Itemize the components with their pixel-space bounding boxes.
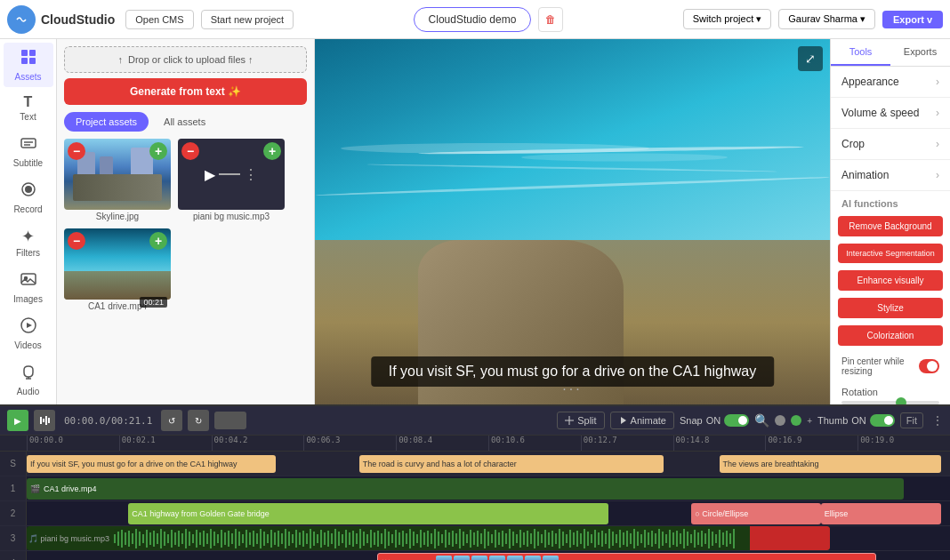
forward-button[interactable]: ↻ — [188, 410, 209, 431]
play-button[interactable]: ▶ — [7, 410, 28, 431]
new-project-button[interactable]: Start new project — [201, 10, 294, 29]
time-total: 00:21.1 — [111, 415, 152, 427]
rotation-slider-thumb[interactable] — [896, 397, 906, 404]
image-segment-skyline[interactable]: 🖼 Skyline.jpg — [377, 553, 876, 560]
zoom-out-button[interactable]: 🔍 — [754, 413, 769, 428]
nav-right: Switch project ▾ Gaurav Sharma ▾ Export … — [683, 9, 943, 29]
svg-rect-139 — [512, 532, 514, 546]
video-segment-highway[interactable]: CA1 highway from Golden Gate bridge — [128, 503, 608, 524]
zoom-dot-active[interactable] — [791, 415, 801, 426]
audio-more-icon[interactable]: ⋮ — [244, 166, 258, 183]
svg-rect-157 — [576, 531, 578, 547]
svg-rect-110 — [409, 529, 411, 548]
switch-project-button[interactable]: Switch project ▾ — [683, 9, 772, 29]
section-animation[interactable]: Animation › — [831, 160, 950, 191]
asset-remove-skyline-button[interactable]: − — [68, 142, 85, 160]
sidebar-item-assets[interactable]: Assets — [4, 43, 53, 87]
subtitle-segment-1[interactable]: If you visit SF, you must go for a drive… — [27, 455, 276, 473]
svg-rect-199 — [726, 531, 728, 547]
svg-rect-65 — [249, 532, 251, 545]
asset-add-audio-button[interactable]: + — [263, 142, 281, 160]
snap-row: Snap ON — [680, 414, 749, 427]
sidebar-item-audio-label: Audio — [17, 387, 40, 396]
tab-exports[interactable]: Exports — [890, 39, 950, 66]
user-menu-button[interactable]: Gaurav Sharma ▾ — [778, 9, 875, 29]
svg-rect-185 — [676, 531, 678, 547]
animate-button[interactable]: Animate — [610, 412, 674, 429]
section-appearance[interactable]: Appearance › — [831, 67, 950, 98]
rotation-slider[interactable] — [841, 401, 939, 404]
zoom-in-button[interactable]: + — [807, 416, 812, 426]
svg-rect-50 — [196, 530, 197, 548]
sidebar-item-subtitle-label: Subtitle — [13, 158, 43, 168]
pin-center-toggle[interactable] — [919, 359, 939, 373]
video-segment-circle[interactable]: ○ Circle/Ellipse — [691, 503, 820, 524]
sidebar-item-filters[interactable]: ✦ Filters — [4, 221, 53, 263]
svg-rect-89 — [334, 529, 336, 548]
more-options-video[interactable]: ··· — [562, 381, 582, 397]
asset-add-skyline-button[interactable]: + — [149, 142, 167, 160]
open-cms-button[interactable]: Open CMS — [125, 10, 193, 29]
split-button[interactable]: Split — [557, 412, 604, 429]
track-content-3[interactable]: 🎵 piani bg music.mp3 — [27, 526, 950, 550]
sidebar-item-videos[interactable]: Videos — [4, 311, 53, 356]
svg-rect-149 — [548, 532, 550, 545]
track-content-subtitle[interactable]: If you visit SF, you must go for a drive… — [27, 452, 950, 476]
tab-tools[interactable]: Tools — [831, 39, 890, 66]
export-button[interactable]: Export v — [882, 11, 943, 28]
tab-all-assets[interactable]: All assets — [152, 112, 217, 132]
split-label: Split — [577, 415, 596, 426]
project-name-button[interactable]: CloudStudio demo — [414, 7, 532, 32]
audio-waveform-piani[interactable]: 🎵 piani bg music.mp3 — [27, 526, 830, 550]
remove-background-button[interactable]: Remove Background — [838, 216, 943, 236]
sidebar-item-text[interactable]: T Text — [4, 89, 53, 127]
sidebar-item-record[interactable]: Record — [4, 175, 53, 220]
svg-rect-82 — [310, 529, 311, 548]
video-segment-ellipse[interactable]: Ellipse — [821, 503, 941, 524]
asset-add-video-button[interactable]: + — [149, 232, 167, 250]
section-volume-speed[interactable]: Volume & speed › — [831, 98, 950, 129]
svg-rect-141 — [519, 530, 521, 548]
reset-button[interactable]: ↺ — [161, 410, 182, 431]
track-content-4[interactable]: 🖼 Skyline.jpg — [27, 551, 950, 560]
svg-rect-3 — [21, 58, 28, 64]
svg-rect-92 — [345, 530, 347, 548]
svg-rect-124 — [459, 529, 461, 548]
sidebar-item-images[interactable]: Images — [4, 265, 53, 309]
audio-line — [219, 173, 240, 175]
delete-project-button[interactable]: 🗑 — [538, 7, 563, 32]
track-content-2[interactable]: CA1 highway from Golden Gate bridge ○ Ci… — [27, 501, 950, 525]
svg-rect-63 — [242, 534, 244, 543]
zoom-dot[interactable] — [775, 415, 785, 426]
thumb-toggle[interactable] — [870, 414, 895, 427]
app-logo: CloudStudio — [7, 5, 115, 34]
fit-button[interactable]: Fit — [900, 412, 923, 428]
svg-rect-85 — [320, 530, 322, 548]
generate-button[interactable]: Generate from text ✨ — [64, 78, 307, 105]
asset-remove-audio-button[interactable]: − — [181, 142, 199, 160]
track-content-1[interactable]: 🎬 CA1 drive.mp4 — [27, 476, 950, 500]
enhance-visually-button[interactable]: Enhance visually — [838, 270, 943, 291]
play-icon[interactable]: ▶ — [205, 166, 215, 183]
svg-rect-98 — [366, 534, 368, 543]
snap-toggle[interactable] — [724, 414, 749, 427]
svg-rect-163 — [598, 532, 600, 545]
subtitle-segment-3[interactable]: The views are breathtaking — [720, 455, 941, 473]
playback-mode-button[interactable] — [214, 412, 246, 429]
fullscreen-button[interactable]: ⤢ — [798, 46, 823, 71]
stylize-button[interactable]: Stylize — [838, 298, 943, 318]
more-timeline-options[interactable]: ⋮ — [932, 414, 943, 427]
sidebar-item-audio[interactable]: Audio — [4, 357, 53, 402]
tab-project-assets[interactable]: Project assets — [64, 112, 149, 132]
sidebar-item-subtitle[interactable]: Subtitle — [4, 129, 53, 173]
asset-remove-video-button[interactable]: − — [68, 232, 85, 250]
subtitle-segment-2[interactable]: The road is curvy and has a lot of chara… — [359, 455, 664, 473]
video-segment-ca1[interactable]: 🎬 CA1 drive.mp4 — [27, 478, 904, 500]
colorization-button[interactable]: Colorization — [838, 325, 943, 346]
interactive-segmentation-button[interactable]: Interactive Segmentation — [838, 244, 943, 263]
upload-button[interactable]: ↑ Drop or click to upload files ↑ — [64, 46, 307, 73]
ruler-mark-5: 00:10.6 — [488, 436, 581, 451]
waveform-button[interactable] — [34, 410, 55, 431]
section-crop[interactable]: Crop › — [831, 129, 950, 160]
svg-rect-79 — [299, 532, 301, 545]
